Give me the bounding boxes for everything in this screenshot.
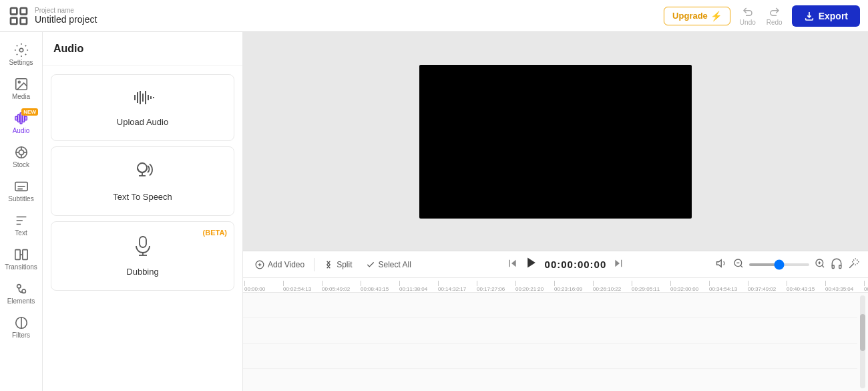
timeline-toolbar: Add Video Split Select A	[243, 251, 868, 278]
preview-area	[243, 32, 868, 251]
sidebar-item-filters[interactable]: Filters	[0, 310, 42, 344]
timeline-ruler: 00:00:0000:02:54:1300:05:49:0200:08:43:1…	[243, 278, 868, 293]
select-all-button[interactable]: Select All	[362, 257, 415, 272]
svg-rect-11	[25, 116, 27, 120]
ruler-mark: 00:02:54:13	[283, 281, 322, 292]
grid-icon[interactable]	[8, 5, 29, 27]
ruler-mark: 00:08:43:15	[361, 281, 399, 292]
tts-card[interactable]: Text To Speech	[51, 146, 234, 216]
ruler-mark: 00:46:32:17	[864, 281, 868, 292]
stock-icon	[14, 145, 29, 160]
magic-button[interactable]	[848, 257, 860, 271]
play-icon	[525, 256, 538, 269]
select-all-label: Select All	[379, 260, 411, 269]
svg-rect-0	[11, 8, 17, 14]
zoom-in-button[interactable]	[815, 258, 825, 271]
sidebar-item-audio[interactable]: NEW Audio	[0, 106, 42, 140]
svg-point-23	[17, 285, 20, 289]
split-label: Split	[337, 260, 352, 269]
sidebar-item-media[interactable]: Media	[0, 72, 42, 106]
time-display: 00:00:00:00	[545, 259, 607, 270]
tts-label: Text To Speech	[113, 192, 172, 202]
check-icon	[366, 260, 375, 269]
subtitles-icon	[14, 179, 29, 194]
svg-rect-59	[839, 265, 841, 269]
subtitles-label: Subtitles	[8, 195, 33, 203]
skip-forward-button[interactable]	[613, 258, 624, 271]
svg-rect-58	[832, 265, 834, 269]
sidebar-item-text[interactable]: Text	[0, 208, 42, 242]
skip-back-icon	[507, 258, 518, 269]
transitions-label: Transitions	[5, 263, 37, 271]
filters-icon	[14, 315, 29, 330]
settings-label: Settings	[9, 59, 33, 66]
undo-button[interactable]: Undo	[736, 3, 760, 29]
ruler-mark: 00:32:00:00	[670, 281, 709, 292]
svg-point-4	[19, 48, 23, 52]
ruler-mark: 00:37:49:02	[748, 281, 787, 292]
add-video-button[interactable]: Add Video	[251, 257, 308, 272]
sidebar-item-transitions[interactable]: Transitions	[0, 242, 42, 276]
project-name[interactable]: Untitled project	[35, 14, 97, 25]
ruler-mark: 00:14:32:17	[438, 281, 477, 292]
headphone-button[interactable]	[831, 257, 843, 271]
project-label: Project name	[35, 7, 97, 14]
skip-back-button[interactable]	[507, 258, 518, 271]
ruler-mark: 00:17:27:06	[477, 281, 515, 292]
zoom-out-button[interactable]	[733, 258, 744, 271]
zoom-out-icon	[733, 258, 744, 269]
new-badge: NEW	[21, 108, 38, 116]
timeline-tracks[interactable]	[243, 293, 868, 391]
video-preview	[419, 65, 692, 219]
transitions-icon	[14, 247, 29, 262]
panel-title: Audio	[43, 32, 242, 66]
zoom-in-icon	[815, 258, 825, 269]
add-icon	[255, 260, 264, 269]
play-button[interactable]	[525, 256, 538, 273]
elements-icon	[14, 281, 29, 296]
headphone-icon	[831, 257, 843, 269]
sidebar-item-stock[interactable]: Stock	[0, 140, 42, 174]
zoom-slider[interactable]	[749, 263, 809, 266]
dubbing-card[interactable]: (BETA) Dubbing	[51, 221, 234, 291]
skip-forward-icon	[613, 258, 624, 269]
ruler-mark: 00:40:43:15	[787, 281, 825, 292]
sidebar-item-elements[interactable]: Elements	[0, 276, 42, 310]
svg-marker-48	[616, 260, 620, 267]
mic-icon	[132, 235, 154, 261]
beta-badge: (BETA)	[203, 229, 227, 237]
sidebar-item-settings[interactable]: Settings	[0, 37, 42, 72]
split-icon	[324, 260, 333, 269]
ruler-mark: 00:23:16:09	[554, 281, 593, 292]
filters-label: Filters	[12, 332, 30, 339]
toolbar-divider-1	[314, 258, 314, 271]
ruler-mark: 00:34:54:13	[709, 281, 748, 292]
svg-rect-8	[17, 115, 19, 122]
elements-label: Elements	[7, 297, 35, 305]
svg-point-6	[18, 81, 20, 83]
svg-rect-3	[21, 17, 27, 23]
timeline-scrollbar[interactable]	[860, 295, 865, 388]
playback-controls: 00:00:00:00	[421, 256, 710, 273]
svg-marker-47	[527, 258, 535, 268]
svg-rect-22	[22, 250, 27, 260]
undo-label: Undo	[740, 19, 756, 26]
export-button[interactable]: Export	[792, 5, 860, 27]
topbar: Project name Untitled project Upgrade ⚡ …	[0, 0, 868, 32]
gear-icon	[14, 43, 29, 57]
timeline-scrollbar-thumb[interactable]	[860, 314, 865, 352]
ruler-mark: 00:05:49:02	[322, 281, 361, 292]
timeline-track-row-3	[243, 344, 857, 369]
redo-label: Redo	[767, 19, 783, 26]
magic-icon	[848, 257, 860, 269]
redo-button[interactable]: Redo	[763, 3, 787, 29]
volume-button[interactable]	[716, 257, 728, 271]
ruler-mark: 00:43:35:04	[825, 281, 864, 292]
upgrade-button[interactable]: Upgrade ⚡	[664, 7, 730, 25]
split-button[interactable]: Split	[320, 257, 356, 272]
audio-label: Audio	[13, 127, 30, 134]
media-label: Media	[12, 93, 30, 100]
upload-audio-card[interactable]: Upload Audio	[51, 74, 234, 141]
ruler-mark: 00:20:21:20	[515, 281, 554, 292]
sidebar-item-subtitles[interactable]: Subtitles	[0, 174, 42, 208]
